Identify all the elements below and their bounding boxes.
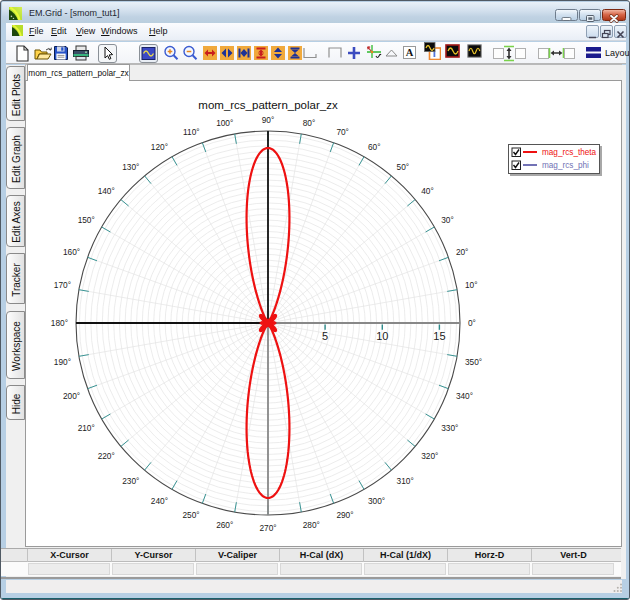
- svg-text:10: 10: [376, 330, 388, 342]
- svg-text:350°: 350°: [465, 357, 482, 367]
- svg-text:200°: 200°: [63, 391, 80, 401]
- svg-text:90°: 90°: [262, 115, 275, 125]
- svg-text:300°: 300°: [368, 496, 385, 506]
- svg-text:110°: 110°: [183, 127, 200, 137]
- svg-text:15: 15: [433, 330, 445, 342]
- svg-text:50°: 50°: [397, 162, 410, 172]
- svg-text:160°: 160°: [63, 247, 80, 257]
- svg-text:290°: 290°: [336, 510, 353, 520]
- svg-text:60°: 60°: [368, 142, 381, 152]
- svg-text:310°: 310°: [397, 476, 414, 486]
- svg-text:mag_rcs_theta: mag_rcs_theta: [542, 148, 597, 157]
- svg-text:190°: 190°: [54, 357, 71, 367]
- svg-text:70°: 70°: [336, 127, 349, 137]
- svg-text:250°: 250°: [182, 510, 199, 520]
- svg-text:210°: 210°: [78, 423, 95, 433]
- svg-text:10°: 10°: [465, 280, 478, 290]
- svg-text:140°: 140°: [98, 186, 115, 196]
- svg-text:170°: 170°: [54, 280, 71, 290]
- svg-text:240°: 240°: [151, 496, 168, 506]
- svg-text:20°: 20°: [456, 247, 469, 257]
- svg-text:150°: 150°: [78, 215, 95, 225]
- svg-text:320°: 320°: [421, 451, 438, 461]
- svg-text:280°: 280°: [303, 520, 320, 530]
- svg-text:180°: 180°: [51, 318, 68, 328]
- svg-text:260°: 260°: [216, 520, 233, 530]
- svg-text:5: 5: [322, 330, 328, 342]
- svg-text:100°: 100°: [216, 118, 233, 128]
- svg-text:0°: 0°: [468, 318, 476, 328]
- svg-text:120°: 120°: [151, 142, 168, 152]
- svg-text:230°: 230°: [122, 476, 139, 486]
- svg-text:330°: 330°: [441, 423, 458, 433]
- svg-text:220°: 220°: [98, 451, 115, 461]
- svg-text:40°: 40°: [421, 186, 434, 196]
- svg-text:80°: 80°: [303, 118, 316, 128]
- svg-text:270°: 270°: [259, 523, 276, 533]
- svg-text:340°: 340°: [456, 391, 473, 401]
- svg-text:130°: 130°: [122, 162, 139, 172]
- svg-text:mag_rcs_phi: mag_rcs_phi: [542, 161, 589, 170]
- svg-text:30°: 30°: [441, 215, 454, 225]
- svg-text:mom_rcs_pattern_polar_zx: mom_rcs_pattern_polar_zx: [198, 99, 338, 111]
